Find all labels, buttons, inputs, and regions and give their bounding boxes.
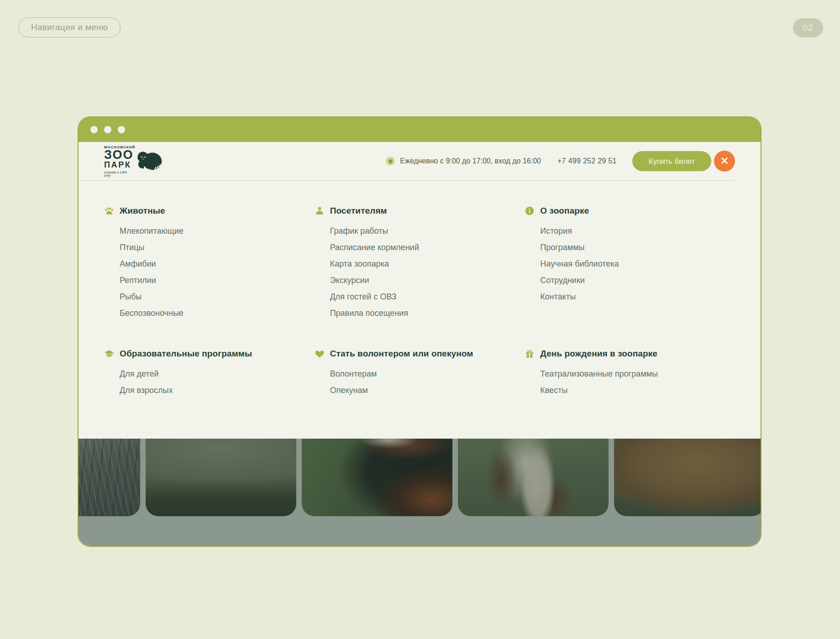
- photo-carousel: [79, 439, 761, 516]
- design-canvas: { "canvas": { "tag_badge": "Навигация и …: [0, 0, 840, 639]
- photo-card-llama: [458, 439, 609, 516]
- window-titlebar: [79, 117, 761, 142]
- zoo-logo-text: МОСКОВСКИЙ ЗОО ПАРК основан в 1864 году: [104, 145, 133, 177]
- section-items: История Программы Научная библиотека Сот…: [540, 223, 735, 305]
- menu-item[interactable]: Правила посещения: [330, 305, 525, 321]
- menu-section-education: Образовательные программы Для детей Для …: [104, 348, 315, 398]
- logo-line-park: ПАРК: [104, 161, 133, 169]
- menu-section-animals: Животные Млекопитающие Птицы Амфибии Реп…: [104, 205, 315, 321]
- menu-section-visitors: Посетителям График работы Расписание кор…: [315, 205, 525, 321]
- menu-item[interactable]: Рыбы: [120, 288, 315, 305]
- header-right-group: Ежедневно с 9:00 до 17:00, вход до 16:00…: [386, 151, 735, 172]
- section-header[interactable]: День рождения в зоопарке: [525, 348, 735, 359]
- section-title: День рождения в зоопарке: [540, 348, 657, 359]
- section-items: Театрализованные программы Квесты: [540, 366, 735, 398]
- phone-link[interactable]: +7 499 252 29 51: [557, 157, 617, 165]
- menu-item[interactable]: Волонтерам: [330, 366, 525, 382]
- section-items: Волонтерам Опекунам: [330, 366, 525, 398]
- menu-item[interactable]: Беспозвоночные: [120, 305, 315, 321]
- slide-number-text: 02: [803, 23, 813, 33]
- dimmed-page-background: [79, 439, 761, 546]
- menu-item[interactable]: Экскурсии: [330, 272, 525, 288]
- section-title: Животные: [120, 205, 165, 216]
- section-header[interactable]: О зоопарке: [525, 205, 735, 216]
- section-header[interactable]: Образовательные программы: [104, 348, 315, 359]
- slide-label-text: Навигация и меню: [31, 22, 108, 32]
- window-dot: [118, 126, 125, 133]
- menu-item[interactable]: Для взрослых: [120, 382, 315, 398]
- photo-card-red-panda: [302, 439, 452, 516]
- schedule-text: Ежедневно с 9:00 до 17:00, вход до 16:00: [400, 157, 541, 165]
- menu-item[interactable]: Амфибии: [120, 256, 315, 272]
- section-header[interactable]: Посетителям: [315, 205, 525, 216]
- browser-window: МОСКОВСКИЙ ЗОО ПАРК основан в 1864 году: [78, 116, 761, 547]
- section-header[interactable]: Животные: [104, 205, 315, 216]
- section-header[interactable]: Стать волонтером или опекуном: [315, 348, 525, 359]
- slide-number-badge: 02: [793, 18, 823, 37]
- menu-item[interactable]: Млекопитающие: [120, 223, 315, 239]
- photo-card-mossy-rock: [146, 439, 296, 516]
- buy-ticket-button[interactable]: Купить билет: [632, 151, 711, 171]
- menu-item[interactable]: Театрализованные программы: [540, 366, 735, 382]
- site-header: МОСКОВСКИЙ ЗОО ПАРК основан в 1864 году: [79, 142, 761, 180]
- slide-label-badge: Навигация и меню: [18, 17, 121, 37]
- menu-section-volunteer: Стать волонтером или опекуном Волонтерам…: [315, 348, 525, 398]
- menu-item[interactable]: Для гостей с ОВЗ: [330, 288, 525, 305]
- education-icon: [104, 349, 114, 359]
- menu-item[interactable]: Контакты: [540, 288, 735, 305]
- menu-item[interactable]: Расписание кормлений: [330, 239, 525, 256]
- status-dot-icon: [386, 157, 395, 166]
- section-title: Стать волонтером или опекуном: [330, 348, 473, 359]
- photo-card-cat-fur: [79, 439, 140, 516]
- menu-item[interactable]: График работы: [330, 223, 525, 239]
- menu-item[interactable]: Опекунам: [330, 382, 525, 398]
- close-menu-button[interactable]: [714, 151, 735, 172]
- section-title: О зоопарке: [540, 205, 589, 216]
- logo-line-zoo: ЗОО: [104, 149, 133, 161]
- menu-item[interactable]: Птицы: [120, 239, 315, 256]
- window-dot: [104, 126, 111, 133]
- section-items: График работы Расписание кормлений Карта…: [330, 223, 525, 321]
- photo-card-brown-bear: [614, 439, 761, 516]
- menu-item[interactable]: Сотрудники: [540, 272, 735, 288]
- paw-icon: [104, 206, 114, 216]
- info-icon: [525, 206, 535, 216]
- mega-menu: Животные Млекопитающие Птицы Амфибии Реп…: [79, 181, 761, 439]
- menu-item[interactable]: Научная библиотека: [540, 256, 735, 272]
- close-icon: [721, 157, 728, 166]
- gift-icon: [525, 349, 535, 359]
- menu-item[interactable]: Квесты: [540, 382, 735, 398]
- schedule-status: Ежедневно с 9:00 до 17:00, вход до 16:00: [386, 157, 541, 166]
- menu-item[interactable]: История: [540, 223, 735, 239]
- window-dot: [90, 126, 98, 133]
- menu-item[interactable]: Карта зоопарка: [330, 256, 525, 272]
- menu-item[interactable]: Рептилии: [120, 272, 315, 288]
- menu-item[interactable]: Для детей: [120, 366, 315, 382]
- menu-section-birthday: День рождения в зоопарке Театрализованны…: [525, 348, 735, 398]
- section-items: Млекопитающие Птицы Амфибии Рептилии Рыб…: [120, 223, 315, 321]
- section-title: Посетителям: [330, 205, 387, 216]
- heart-icon: [315, 349, 325, 359]
- visitor-icon: [315, 206, 325, 216]
- menu-item[interactable]: Программы: [540, 239, 735, 256]
- menu-section-about: О зоопарке История Программы Научная биб…: [525, 205, 735, 321]
- manul-cat-icon: [136, 148, 163, 174]
- logo-tagline: основан в 1864 году: [104, 171, 133, 177]
- zoo-logo[interactable]: МОСКОВСКИЙ ЗОО ПАРК основан в 1864 году: [104, 145, 163, 177]
- section-title: Образовательные программы: [120, 348, 252, 359]
- section-items: Для детей Для взрослых: [120, 366, 315, 398]
